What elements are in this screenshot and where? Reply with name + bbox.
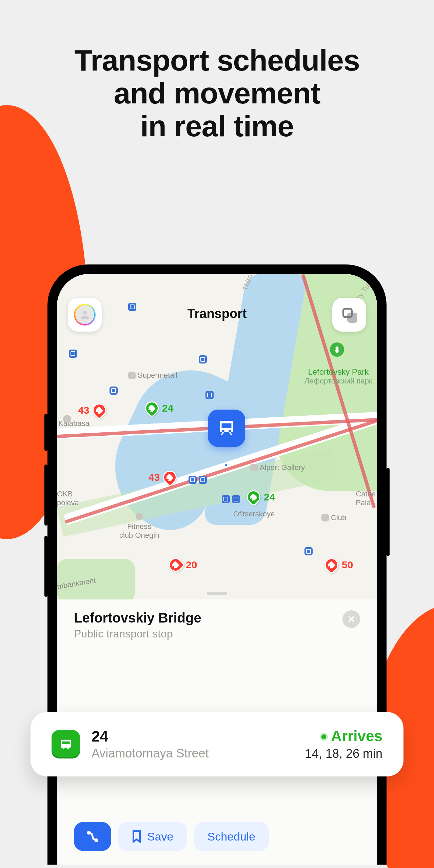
transit-stop-icon[interactable] <box>304 547 313 555</box>
park-name-ru: Лефортовский парк <box>304 377 372 385</box>
transit-stop-icon[interactable] <box>232 495 240 503</box>
schedule-button[interactable]: Schedule <box>194 822 269 851</box>
phone-side-button <box>387 468 390 556</box>
vehicle-number: 43 <box>78 405 89 416</box>
stop-type: Public transport stop <box>74 628 201 640</box>
transit-stop-icon[interactable] <box>205 391 214 399</box>
map-poi: Club <box>321 513 346 522</box>
map-view[interactable]: Thiro ortovsky Tunnel Lefortovsky Park Л… <box>57 274 377 599</box>
selected-stop-pin[interactable] <box>208 410 245 447</box>
vehicle-pin-bus[interactable]: 24 <box>247 490 275 504</box>
bus-icon <box>250 493 258 501</box>
headline-line1: Transport schedules <box>0 44 434 77</box>
route-button[interactable] <box>74 822 111 851</box>
bus-icon <box>52 730 80 758</box>
schedule-label: Schedule <box>208 830 256 843</box>
vehicle-pin-tram[interactable]: 43 <box>78 403 106 417</box>
save-label: Save <box>147 830 174 843</box>
route-times: 14, 18, 26 min <box>305 747 382 761</box>
park-pin-icon[interactable] <box>330 342 344 357</box>
tram-icon <box>96 407 103 414</box>
save-button[interactable]: Save <box>118 822 187 851</box>
action-bar: Save Schedule <box>57 813 377 865</box>
phone-side-button <box>44 536 47 597</box>
vehicle-pin-tram[interactable]: 43 <box>149 471 177 484</box>
stop-header: Lefortovskiy Bridge Public transport sto… <box>57 596 377 649</box>
vehicle-number: 24 <box>162 402 173 414</box>
promo-headline: Transport schedules and movement in real… <box>0 44 434 142</box>
close-button[interactable] <box>342 610 360 628</box>
vehicle-number: 24 <box>264 491 275 503</box>
selected-stop-dot <box>224 463 228 467</box>
headline-line2: and movement <box>0 77 434 110</box>
cafe-icon <box>63 415 71 423</box>
tram-icon <box>166 474 174 481</box>
bus-icon <box>148 405 156 412</box>
vehicle-pin-tram[interactable]: 20 <box>169 558 197 572</box>
transit-stop-icon[interactable] <box>199 476 207 484</box>
vehicle-number: 20 <box>186 559 197 571</box>
map-title: Transport <box>57 307 377 321</box>
transit-stop-icon[interactable] <box>110 387 118 395</box>
tram-icon <box>172 561 180 569</box>
sheet-grabber[interactable] <box>207 592 227 595</box>
map-poi: Alpert Gallery <box>250 463 305 472</box>
route-card-highlighted[interactable]: 24 Aviamotornaya Street Arrives 14, 18, … <box>31 712 403 776</box>
arrives-label: Arrives <box>331 728 382 744</box>
route-number: 24 <box>92 728 305 745</box>
map-poi: CathePala <box>356 490 376 507</box>
map-poi: Fitnessclub Onegin <box>119 513 159 540</box>
close-icon <box>348 615 355 623</box>
transit-stop-icon[interactable] <box>69 350 77 358</box>
transit-stop-icon[interactable] <box>222 495 230 503</box>
route-icon <box>85 829 100 844</box>
tram-icon <box>217 418 236 438</box>
map-poi: Supermetall <box>128 371 177 380</box>
headline-line3: in real time <box>0 110 434 143</box>
map-park-label: Lefortovsky Park Лефортовский парк <box>304 367 372 385</box>
map-poi: Ofitserskoye <box>233 510 275 518</box>
park-name: Lefortovsky Park <box>304 367 372 377</box>
map-poi: OKBpoleva <box>57 490 79 507</box>
vehicle-number: 43 <box>149 472 160 483</box>
bookmark-icon <box>132 830 142 843</box>
route-destination: Aviamotornaya Street <box>92 746 305 761</box>
tram-icon <box>328 561 336 569</box>
vehicle-number: 50 <box>342 559 353 571</box>
transit-stop-icon[interactable] <box>199 355 207 363</box>
stop-name: Lefortovskiy Bridge <box>74 610 201 626</box>
phone-side-button <box>44 465 47 526</box>
route-arrival-info: Arrives 14, 18, 26 min <box>305 728 382 761</box>
vehicle-pin-bus[interactable]: 24 <box>145 401 173 415</box>
phone-side-button <box>44 414 47 451</box>
live-indicator-icon <box>321 734 326 739</box>
transit-stop-icon[interactable] <box>189 476 197 484</box>
vehicle-pin-tram[interactable]: 50 <box>325 558 353 572</box>
